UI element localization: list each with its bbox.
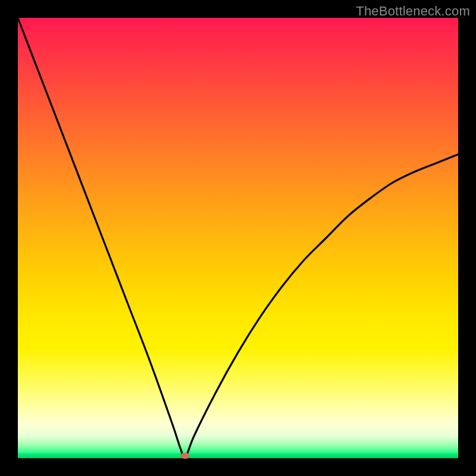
plot-area (18, 18, 458, 458)
curve-svg (18, 18, 458, 458)
minimum-marker (181, 453, 189, 459)
bottleneck-curve (18, 18, 458, 458)
chart-container: TheBottleneck.com (0, 0, 476, 476)
watermark-text: TheBottleneck.com (356, 4, 470, 19)
